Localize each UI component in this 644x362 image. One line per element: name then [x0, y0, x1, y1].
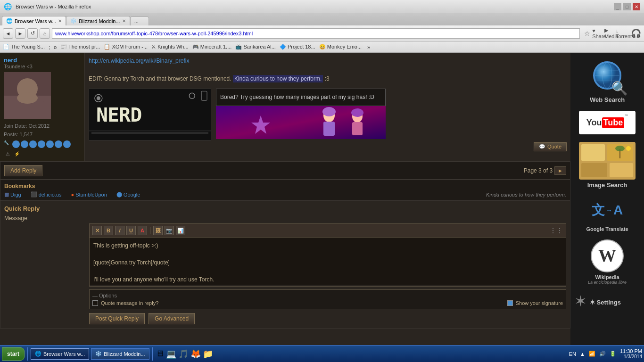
taskbar-quick-3[interactable]: 🎵: [178, 349, 189, 359]
username[interactable]: nerd: [4, 57, 81, 64]
signature-checkbox[interactable]: [507, 300, 513, 306]
svg-point-35: [626, 146, 631, 151]
tab-favicon-2: ❄️: [70, 18, 77, 24]
back-button[interactable]: ◄: [3, 28, 13, 39]
wikipedia-widget[interactable]: W Wikipedia La enciclopedia libre: [574, 239, 640, 285]
taskbar-quick-5[interactable]: 📁: [203, 349, 213, 359]
quote-checkbox[interactable]: [92, 300, 98, 306]
settings-label: ✶ Settings: [590, 299, 621, 306]
yt-tube-text: Tube: [602, 117, 625, 128]
bookmark-young[interactable]: 📄 The Young S...: [3, 44, 45, 50]
start-button[interactable]: start: [2, 347, 25, 361]
youtube-widget[interactable]: You Tube ™: [574, 111, 640, 134]
badge-7: [63, 140, 71, 148]
toolbar-separator-1: [150, 227, 150, 234]
refresh-button[interactable]: ↺: [27, 28, 38, 39]
tab-close-button-2[interactable]: ✕: [122, 18, 126, 24]
toolbar-chart[interactable]: 📊: [176, 226, 185, 235]
bookmark-xgm[interactable]: 📋 XGM Forum -...: [104, 44, 148, 50]
quick-reply-section: Quick Reply Message: ✕ B I U A 🖼 📷 📊: [0, 201, 570, 329]
bookmark-most[interactable]: 📰 The most pr...: [60, 44, 100, 50]
bookmark-stumbleupon[interactable]: ● StumbleUpon: [71, 192, 107, 197]
bookmark-google[interactable]: ⬤ Google: [116, 191, 140, 197]
share-icon[interactable]: ♥ Share: [594, 28, 604, 39]
wikipedia-label: Wikipedia: [595, 274, 619, 280]
page-info: Page 3 of 3: [524, 167, 553, 174]
forum-area: nerd Tsundere <3: [0, 53, 570, 345]
toolbar-bold[interactable]: B: [104, 226, 113, 235]
taskbar-item-1[interactable]: 🌐 Browser Wars w...: [31, 348, 89, 360]
next-page-button[interactable]: ►: [554, 166, 566, 175]
home-button[interactable]: ⌂: [40, 28, 50, 39]
close-button[interactable]: ✕: [633, 3, 640, 10]
toolbar-italic[interactable]: I: [115, 226, 124, 235]
nav-bar: ◄ ► ↺ ⌂ www.hiveworkshop.com/forums/off-…: [0, 25, 644, 41]
headphone-icon[interactable]: 🎧: [631, 28, 641, 39]
wikipedia-link[interactable]: http://en.wikipedia.org/wiki/Binary_pref…: [89, 58, 189, 64]
browser-icon: 🌐: [4, 3, 12, 10]
bookmark-o[interactable]: o: [54, 44, 57, 50]
toolbar-photo[interactable]: 📷: [165, 226, 174, 235]
post-count: Posts: 1,547: [4, 131, 81, 139]
add-reply-button[interactable]: Add Reply: [4, 165, 42, 176]
tab-browser-wars[interactable]: 🌐 Browser Wars w... ✕: [2, 16, 66, 25]
tab-blizzard[interactable]: ❄️ Blizzard Moddin... ✕: [66, 16, 130, 25]
bookmark-star-icon[interactable]: ☆: [582, 28, 592, 39]
toolbar-color[interactable]: A: [138, 226, 147, 235]
torrent-icon[interactable]: ↓ Torrent: [619, 28, 629, 39]
taskbar-battery-icon: 🔋: [610, 351, 616, 357]
taskbar-lang: EN: [569, 351, 576, 357]
reply-textarea[interactable]: This is getting off-topic >:) [quote]Gon…: [90, 238, 566, 285]
bookmark-digg[interactable]: ▩ Digg: [4, 191, 21, 197]
minimize-button[interactable]: _: [614, 3, 621, 10]
message-label: Message:: [4, 215, 566, 222]
web-search-widget[interactable]: 🔍 Web Search: [574, 57, 640, 103]
address-bar[interactable]: www.hiveworkshop.com/forums/off-topic-47…: [52, 28, 580, 39]
bookmark-delicious[interactable]: ⬛ del.icio.us: [31, 191, 62, 197]
bookmark-project[interactable]: 🔷 Project 18...: [280, 44, 315, 50]
post-quick-reply-button[interactable]: Post Quick Reply: [89, 313, 145, 324]
maximize-button[interactable]: □: [623, 3, 631, 10]
settings-gear-icon: ✶: [574, 292, 587, 310]
post-body: nerd Tsundere <3: [0, 53, 570, 161]
tab-close-button[interactable]: ✕: [58, 18, 62, 24]
settings-widget[interactable]: ✶ ✶ Settings: [574, 292, 640, 310]
toolbar-strike[interactable]: ✕: [92, 226, 102, 235]
bookmark-sankarea[interactable]: 📺 Sankarea Al...: [235, 44, 276, 50]
post-link-line: http://en.wikipedia.org/wiki/Binary_pref…: [89, 57, 567, 66]
forward-button[interactable]: ►: [15, 28, 25, 39]
image-search-label: Image Search: [587, 181, 627, 189]
bookmark-knights[interactable]: ⚔ Knights Wh...: [151, 44, 188, 50]
post-container: nerd Tsundere <3: [0, 53, 570, 162]
bookmark-monkey[interactable]: 😀 Monkey Emo...: [319, 44, 362, 50]
options-title: — Options: [92, 293, 563, 298]
quote-icon: 💬: [539, 144, 545, 150]
taskbar-quick-1[interactable]: 🖥: [156, 349, 164, 359]
youtube-icon: You Tube ™: [579, 111, 636, 134]
editor-body: This is getting off-topic >:) [quote]Gon…: [89, 237, 566, 287]
bookmark-minecraft[interactable]: 🎮 Minecraft 1....: [192, 44, 232, 50]
web-search-label: Web Search: [590, 96, 625, 103]
toolbar-underline[interactable]: U: [126, 226, 136, 235]
toolbar-image[interactable]: 🖼: [153, 226, 163, 235]
tab-new[interactable]: ...: [130, 16, 149, 25]
taskbar-quick-firefox[interactable]: 🦊: [190, 349, 201, 359]
warning-icon[interactable]: ⚠: [4, 150, 11, 157]
signature-label: Show your signature: [516, 300, 563, 306]
title-text: Browser Wars w - Mozilla Firefox: [16, 4, 610, 9]
report-icon[interactable]: ⚡: [13, 150, 21, 157]
magnify-icon: 🔍: [611, 81, 628, 96]
media-icon[interactable]: ▶ Media: [606, 28, 617, 39]
quote-button[interactable]: 💬 Add Reply Quote: [534, 142, 567, 151]
translate-widget[interactable]: 文 → A Google Translate: [574, 196, 640, 232]
go-advanced-button[interactable]: Go Advanced: [149, 313, 195, 324]
image-search-widget[interactable]: Image Search: [574, 142, 640, 189]
edit-line: EDIT: Gonna try Torch and that browser D…: [89, 74, 567, 83]
taskbar-quick-2[interactable]: 💻: [166, 349, 176, 359]
badge-3: [29, 140, 37, 148]
user-icons: 🔧: [4, 140, 81, 148]
bookmark-more[interactable]: »: [367, 44, 370, 50]
post-user-panel: nerd Tsundere <3: [0, 53, 85, 161]
taskbar-item-2[interactable]: ❄️ Blizzard Moddin...: [91, 348, 149, 360]
user-stats: Join Date: Oct 2012 Posts: 1,547: [4, 122, 81, 139]
